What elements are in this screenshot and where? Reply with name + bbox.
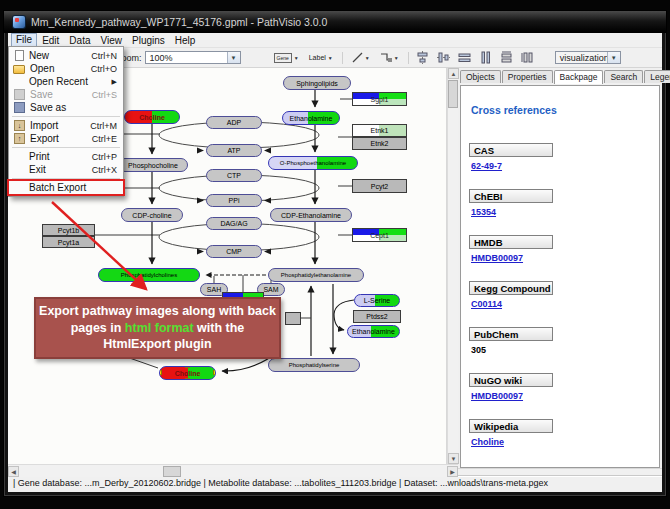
- pathway-node-choline-top[interactable]: Choline: [124, 110, 180, 124]
- file-menu-item-new[interactable]: NewCtrl+N: [9, 49, 123, 62]
- pathway-node-o-phosphoethanolamine[interactable]: O-Phosphoethanolamine: [268, 156, 358, 170]
- pathway-node-label: O-Phosphoethanolamine: [280, 160, 346, 166]
- scroll-left-icon[interactable]: ◀: [8, 466, 19, 477]
- pathway-node-atp[interactable]: ATP: [206, 144, 262, 157]
- crossref-value-nugo-wiki[interactable]: HMDB00097: [471, 391, 651, 401]
- crossref-value-wikipedia[interactable]: Choline: [471, 437, 651, 447]
- connector-tool-button[interactable]: ▼: [377, 49, 402, 66]
- selection-handle[interactable]: [159, 370, 162, 375]
- file-menu-item-print[interactable]: PrintCtrl+P: [9, 150, 123, 163]
- crossref-value-cas[interactable]: 62-49-7: [471, 161, 651, 171]
- horizontal-scroll-thumb[interactable]: [163, 466, 181, 477]
- sidebar-tabs: ObjectsPropertiesBackpageSearchLegend: [460, 69, 660, 85]
- pathway-node-etnk1[interactable]: Etnk1: [352, 124, 407, 137]
- pathway-node-label: Sgpl1: [371, 96, 389, 103]
- scroll-right-icon[interactable]: ▶: [447, 466, 458, 477]
- pathway-node-phosphatidylethanolamine[interactable]: Phosphatidylethanolamine: [268, 268, 364, 282]
- label-tool-button[interactable]: Label ▼: [306, 49, 336, 66]
- pathway-node-ppi[interactable]: PPi: [206, 194, 262, 207]
- menu-item-label: New: [29, 50, 81, 61]
- common-height-button[interactable]: [520, 50, 535, 65]
- pathway-node-label: CTP: [227, 172, 241, 179]
- pathway-node-ctp[interactable]: CTP: [206, 169, 262, 182]
- datanode-tool-button[interactable]: Gene ▼: [271, 49, 302, 66]
- pathway-node-pcyt2[interactable]: Pcyt2: [352, 179, 407, 193]
- pathway-node-cmp[interactable]: CMP: [206, 245, 262, 258]
- menu-help[interactable]: Help: [170, 34, 201, 47]
- common-width-button[interactable]: [499, 50, 514, 65]
- connector-icon: [380, 52, 392, 63]
- menu-data[interactable]: Data: [64, 34, 95, 47]
- selection-handle[interactable]: [185, 366, 190, 368]
- pathway-node-phosphocholine[interactable]: Phosphocholine: [118, 158, 188, 172]
- chevron-down-icon[interactable]: ▼: [328, 55, 333, 61]
- file-menu-item-save-as[interactable]: Save as: [9, 101, 123, 114]
- file-menu-item-exit[interactable]: ExitCtrl+X: [9, 163, 123, 176]
- pathway-node-label: Phosphatidylserine: [289, 362, 340, 368]
- menu-edit[interactable]: Edit: [37, 34, 64, 47]
- pathway-node-phosphatidylcholines[interactable]: Phosphatidylcholines: [98, 268, 200, 282]
- pathway-node-sphingolipids[interactable]: Sphingolipids: [283, 76, 351, 90]
- pathway-node-label: SAM: [263, 286, 278, 293]
- horizontal-scrollbar[interactable]: ◀ ▶: [8, 464, 458, 477]
- tab-backpage[interactable]: Backpage: [554, 70, 604, 84]
- annotation-box[interactable]: Export pathway images along with back pa…: [34, 297, 281, 359]
- pathway-node-l-serine[interactable]: L-Serine: [354, 294, 400, 307]
- pathway-node-cdp-ethanolamine[interactable]: CDP-Ethanolamine: [270, 208, 352, 222]
- align-center-button[interactable]: [415, 50, 430, 65]
- tab-search[interactable]: Search: [604, 70, 643, 83]
- selection-handle[interactable]: [213, 370, 216, 375]
- blank-icon: [13, 183, 24, 193]
- pathway-node-label: ADP: [227, 119, 241, 126]
- distribute-vertical-button[interactable]: [478, 50, 493, 65]
- menu-plugins[interactable]: Plugins: [127, 34, 170, 47]
- pathway-node-pcyt1a[interactable]: Pcyt1a: [42, 236, 95, 248]
- import-icon: [14, 120, 25, 131]
- vertical-scroll-thumb[interactable]: [448, 80, 458, 108]
- menu-file[interactable]: File: [11, 33, 37, 47]
- file-menu-item-import[interactable]: ImportCtrl+M: [9, 119, 123, 132]
- chevron-down-icon[interactable]: ▼: [607, 52, 620, 63]
- visualization-combobox[interactable]: visualization ▼: [555, 51, 621, 64]
- pathway-node-pisd[interactable]: [285, 312, 301, 325]
- distribute-horizontal-button[interactable]: [457, 50, 472, 65]
- pathway-node-label: CMP: [226, 248, 242, 255]
- pathway-node-etnk2[interactable]: Etnk2: [352, 137, 407, 150]
- crossref-value-kegg-compound[interactable]: C00114: [471, 299, 651, 309]
- pathway-node-ethanolamine-bottom[interactable]: Ethanolamine: [347, 325, 400, 338]
- crossref-source-box: PubChem: [469, 327, 553, 341]
- line-tool-button[interactable]: ▼: [349, 49, 373, 66]
- tab-legend[interactable]: Legend: [644, 70, 670, 83]
- menu-item-shortcut: Ctrl+M: [90, 121, 117, 131]
- pathway-node-choline-selected[interactable]: Choline: [159, 366, 216, 380]
- pathway-node-dag-ag[interactable]: DAG/AG: [206, 217, 262, 230]
- pathway-node-cdp-choline[interactable]: CDP-choline: [121, 208, 183, 222]
- vertical-scrollbar[interactable]: ▲ ▼: [447, 68, 458, 464]
- file-menu-item-open[interactable]: OpenCtrl+O: [9, 62, 123, 75]
- pathway-node-cept1[interactable]: Cept1: [352, 228, 407, 242]
- scroll-up-icon[interactable]: ▲: [448, 68, 459, 79]
- scroll-down-icon[interactable]: ▼: [448, 453, 459, 464]
- crossref-value-chebi[interactable]: 15354: [471, 207, 651, 217]
- chevron-down-icon[interactable]: ▼: [394, 55, 399, 61]
- chevron-down-icon[interactable]: ▼: [294, 55, 299, 61]
- crossref-value-hmdb[interactable]: HMDB00097: [471, 253, 651, 263]
- menu-view[interactable]: View: [95, 34, 127, 47]
- pathway-node-ethanolamine-top[interactable]: Ethanolamine: [282, 111, 340, 125]
- pathway-node-ptdss2[interactable]: Ptdss2: [353, 310, 401, 323]
- zoom-combobox[interactable]: 100% ▼: [145, 51, 241, 64]
- file-menu: NewCtrl+NOpenCtrl+OOpen Recent▶SaveCtrl+…: [8, 46, 124, 197]
- selection-handle[interactable]: [185, 378, 190, 380]
- pathway-node-pcyt1b[interactable]: Pcyt1b: [42, 224, 95, 236]
- pathway-node-sgpl1[interactable]: Sgpl1: [352, 92, 407, 106]
- tab-properties[interactable]: Properties: [502, 70, 553, 83]
- pathway-node-phosphatidylserine[interactable]: Phosphatidylserine: [268, 358, 360, 372]
- tab-objects[interactable]: Objects: [460, 70, 501, 83]
- chevron-down-icon[interactable]: ▼: [227, 52, 240, 63]
- align-middle-button[interactable]: [436, 50, 451, 65]
- chevron-down-icon[interactable]: ▼: [365, 55, 370, 61]
- file-menu-item-export[interactable]: ExportCtrl+E: [9, 132, 123, 145]
- pathway-node-adp[interactable]: ADP: [206, 116, 262, 129]
- file-menu-item-open-recent[interactable]: Open Recent▶: [9, 75, 123, 88]
- file-menu-item-batch-export[interactable]: Batch Export: [9, 181, 123, 194]
